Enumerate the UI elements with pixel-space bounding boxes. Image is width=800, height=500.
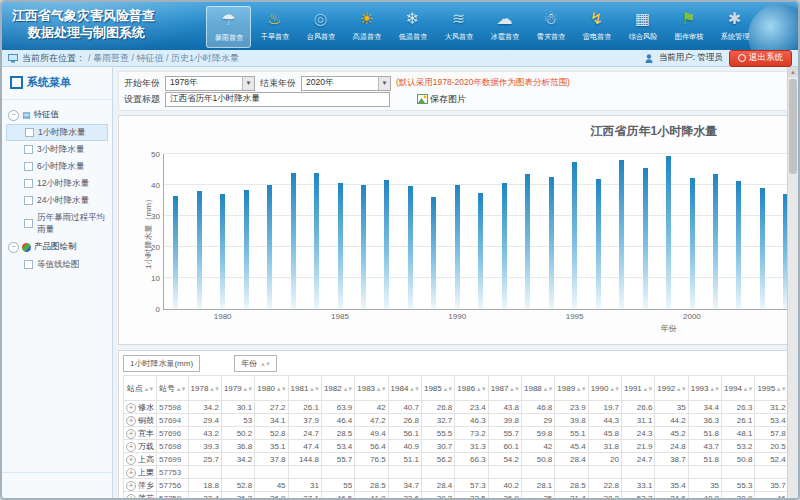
chart-title-input[interactable]: 江西省历年1小时降水量 (165, 92, 390, 107)
value-cell: 47.4 (288, 440, 321, 453)
sidebar-item[interactable]: 3小时降水量 (6, 141, 108, 158)
sort-icon[interactable]: ▲▼ (675, 386, 686, 392)
nav-item-high-temp[interactable]: ☀高温普查 (344, 6, 389, 48)
expand-icon[interactable]: + (126, 403, 136, 413)
year-header-cell[interactable]: 1980 ▲▼ (255, 376, 288, 401)
sidebar-item[interactable]: 1小时降水量 (6, 124, 108, 141)
end-year-select[interactable]: 2020年▼ (301, 76, 391, 91)
header-label: 1983 (357, 384, 375, 393)
breadcrumb-path[interactable]: / 暴雨普查 / 特征值 / 历史1小时降水量 (88, 52, 239, 65)
year-header-cell[interactable]: 1992 ▲▼ (655, 376, 688, 401)
year-header-cell[interactable]: 1981 ▲▼ (288, 376, 321, 401)
sort-icon[interactable]: ▲▼ (642, 386, 653, 392)
expand-icon[interactable]: + (126, 429, 136, 439)
expand-icon[interactable]: + (126, 442, 136, 452)
year-header-cell[interactable]: 1994 ▲▼ (722, 376, 755, 401)
sort-icon[interactable]: ▲▼ (442, 386, 453, 392)
sort-icon[interactable]: ▲▼ (242, 386, 253, 392)
collapse-icon[interactable]: − (8, 110, 19, 121)
year-header-cell[interactable]: 1993 ▲▼ (688, 376, 721, 401)
save-image-button[interactable]: 保存图片 (417, 93, 466, 106)
sort-icon[interactable]: ▲▼ (175, 386, 186, 392)
year-header-cell[interactable]: 1978 ▲▼ (188, 376, 221, 401)
sidebar-item[interactable]: 24小时降水量 (6, 192, 108, 209)
station-cell: +上高 (124, 453, 157, 466)
value-cell: 28.5 (321, 427, 354, 440)
sidebar-group[interactable]: −产品图绘制 (6, 238, 108, 256)
sort-icon[interactable]: ▲▼ (608, 386, 619, 392)
start-year-select[interactable]: 1978年▼ (165, 76, 255, 91)
sort-icon[interactable]: ▲▼ (542, 386, 553, 392)
bar-national (572, 162, 577, 309)
sidebar-item[interactable]: 12小时降水量 (6, 175, 108, 192)
vertical-scrollbar[interactable]: ▲ (787, 67, 798, 499)
bar-group (258, 154, 281, 309)
unit-toggle[interactable]: 1小时降水量(mm) (123, 355, 200, 372)
sort-icon[interactable]: ▲▼ (342, 386, 353, 392)
nav-item-snow[interactable]: ☃雪灾普查 (528, 6, 573, 48)
sort-icon[interactable]: ▲▼ (775, 386, 786, 392)
year-header-cell[interactable]: 1987 ▲▼ (488, 376, 521, 401)
value-cell (288, 466, 321, 479)
sort-icon[interactable]: ▲▼ (275, 386, 286, 392)
station-id-cell: 57694 (157, 414, 189, 427)
nav-item-map-review[interactable]: ⚑图件审核 (666, 6, 711, 48)
logout-button[interactable]: 退出系统 (729, 50, 792, 67)
nav-item-low-temp[interactable]: ❄低温普查 (390, 6, 435, 48)
sort-icon[interactable]: ▲▼ (375, 386, 386, 392)
year-header-cell[interactable]: 1986 ▲▼ (455, 376, 488, 401)
sort-icon[interactable]: ▲▼ (143, 386, 154, 392)
sort-icon[interactable]: ▲▼ (575, 386, 586, 392)
year-header-cell[interactable]: 1988 ▲▼ (521, 376, 554, 401)
expand-icon[interactable]: + (126, 455, 136, 465)
year-sort-header[interactable]: 年份▲▼ (234, 355, 277, 372)
year-header-cell[interactable]: 1991 ▲▼ (622, 376, 655, 401)
sort-icon[interactable]: ▲▼ (408, 386, 419, 392)
station-header[interactable]: 站点 ▲▼ (124, 376, 157, 401)
station-id-header[interactable]: 站号 ▲▼ (157, 376, 189, 401)
nav-item-drought[interactable]: ♨干旱普查 (252, 6, 297, 48)
sort-icon[interactable]: ▲▼ (508, 386, 519, 392)
sort-icon[interactable]: ▲▼ (475, 386, 486, 392)
year-header-cell[interactable]: 1995 ▲▼ (755, 376, 788, 401)
high-temp-icon: ☀ (359, 6, 373, 32)
sort-icon[interactable]: ▲▼ (709, 386, 720, 392)
expand-icon[interactable]: + (126, 416, 136, 426)
collapse-icon[interactable]: − (8, 242, 19, 253)
expand-icon[interactable]: + (126, 468, 136, 478)
nav-item-rainstorm[interactable]: ☂暴雨普查 (206, 6, 251, 48)
sort-icon[interactable]: ▲▼ (208, 386, 219, 392)
sidebar-group[interactable]: −▤特征值 (6, 106, 108, 124)
sort-icon[interactable]: ▲▼ (308, 386, 319, 392)
scroll-up-icon[interactable]: ▲ (788, 67, 798, 77)
year-header-cell[interactable]: 1979 ▲▼ (221, 376, 254, 401)
year-header-cell[interactable]: 1990 ▲▼ (588, 376, 621, 401)
sidebar-item[interactable]: 历年暴雨过程平均雨量 (6, 209, 108, 238)
nav-item-hail[interactable]: ☁冰雹普查 (482, 6, 527, 48)
year-header-cell[interactable]: 1985 ▲▼ (421, 376, 454, 401)
sidebar-item[interactable]: 等值线绘图 (6, 256, 108, 273)
nav-item-lightning[interactable]: ↯雷电普查 (574, 6, 619, 48)
sidebar-item[interactable]: 6小时降水量 (6, 158, 108, 175)
sort-icon[interactable]: ▲▼ (742, 386, 753, 392)
nav-item-settings[interactable]: ✱系统管理 (712, 6, 757, 48)
year-header-cell[interactable]: 1989 ▲▼ (555, 376, 588, 401)
value-cell: 30.1 (221, 401, 254, 414)
nav-item-typhoon[interactable]: ◎台风普查 (298, 6, 343, 48)
year-header-cell[interactable]: 1983 ▲▼ (355, 376, 388, 401)
nav-item-wind[interactable]: ≋大风普查 (436, 6, 481, 48)
year-header-cell[interactable]: 1982 ▲▼ (321, 376, 354, 401)
year-header-cell[interactable]: 1984 ▲▼ (388, 376, 421, 401)
nav-item-composite[interactable]: ▦综合风险 (620, 6, 665, 48)
value-cell: 51.8 (688, 427, 721, 440)
bar-national (643, 168, 648, 309)
value-cell: 55.7 (488, 427, 521, 440)
value-cell (688, 466, 721, 479)
value-cell: 35 (521, 492, 554, 500)
vscroll-thumb[interactable] (789, 79, 797, 174)
expand-icon[interactable]: + (126, 494, 136, 500)
value-cell (455, 466, 488, 479)
value-cell: 31.4 (555, 492, 588, 500)
bar-national (690, 178, 695, 309)
expand-icon[interactable]: + (126, 481, 136, 491)
